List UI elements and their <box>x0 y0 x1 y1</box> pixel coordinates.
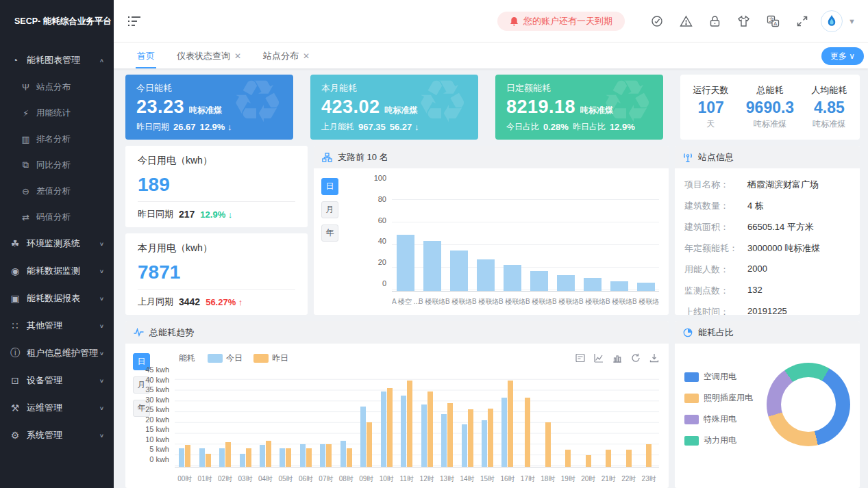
trend-bar-yesterday[interactable] <box>508 381 513 467</box>
trend-bar-yesterday[interactable] <box>306 448 312 467</box>
branch-bar[interactable] <box>450 251 468 291</box>
sidebar-subitem-站点分布[interactable]: Ψ站点分布 <box>0 74 114 100</box>
donut-legend-item-空调用电[interactable]: 空调用电 <box>684 371 753 383</box>
trend-bar-today[interactable] <box>501 398 507 467</box>
line-chart-icon[interactable] <box>594 353 604 363</box>
branch-toggle-月[interactable]: 月 <box>321 201 338 218</box>
trend-bar-yesterday[interactable] <box>488 409 493 467</box>
energy-share-panel: 能耗占比 空调用电照明插座用电特殊用电动力用电 <box>675 321 860 488</box>
sidebar-item-能耗数据监测[interactable]: ◉能耗数据监测∨ <box>0 257 114 285</box>
donut-legend-item-照明插座用电[interactable]: 照明插座用电 <box>684 392 753 404</box>
trend-bar-yesterday[interactable] <box>447 403 453 467</box>
trend-bar-yesterday[interactable] <box>347 448 352 467</box>
trend-bar-yesterday[interactable] <box>185 445 190 467</box>
trend-bar-yesterday[interactable] <box>565 450 571 467</box>
trend-bar-yesterday[interactable] <box>286 448 291 467</box>
trend-bar-today[interactable] <box>240 454 245 467</box>
sidebar-item-其他管理[interactable]: ∷其他管理∨ <box>0 312 114 339</box>
account-expiry-alert[interactable]: 您的账户还有一天到期 <box>497 12 625 31</box>
trend-bar-yesterday[interactable] <box>367 422 372 467</box>
lock-icon[interactable] <box>709 15 721 27</box>
trend-bar-today[interactable] <box>300 444 306 467</box>
trend-bar-today[interactable] <box>219 448 225 467</box>
trend-bar-yesterday[interactable] <box>525 398 530 467</box>
trend-bar-today[interactable] <box>462 424 467 467</box>
sidebar-item-环境监测系统[interactable]: ☘环境监测系统∨ <box>0 230 114 257</box>
trend-bar-today[interactable] <box>280 448 285 467</box>
data-view-icon[interactable] <box>575 353 585 363</box>
fullscreen-icon[interactable] <box>796 15 808 27</box>
branch-bar[interactable] <box>423 241 441 291</box>
trend-bar-yesterday[interactable] <box>225 442 231 467</box>
tab-仪表状态查询[interactable]: 仪表状态查询✕ <box>166 43 252 68</box>
trend-bar-today[interactable] <box>401 396 406 467</box>
trend-bar-today[interactable] <box>320 444 325 467</box>
tabs-more-button[interactable]: 更多 ∨ <box>821 47 864 65</box>
trend-bar-today[interactable] <box>441 414 447 467</box>
donut-legend-item-特殊用电[interactable]: 特殊用电 <box>684 413 753 425</box>
trend-bar-today[interactable] <box>482 420 487 467</box>
kpi-card-本月能耗[interactable]: ♻本月能耗423.02吨标准煤上月能耗967.3556.27 ↓ <box>310 75 478 140</box>
branch-bar[interactable] <box>397 235 414 292</box>
branch-bar[interactable] <box>557 275 575 291</box>
trend-bar-today[interactable] <box>360 407 366 467</box>
sidebar-subitem-同比分析[interactable]: ⧉同比分析 <box>0 152 114 178</box>
branch-toggle-日[interactable]: 日 <box>321 178 338 195</box>
branch-bar[interactable] <box>504 265 521 291</box>
trend-bar-yesterday[interactable] <box>206 454 211 467</box>
trend-bar-yesterday[interactable] <box>266 441 271 467</box>
trend-bar-today[interactable] <box>179 448 184 467</box>
trend-bar-yesterday[interactable] <box>626 450 632 467</box>
trend-bar-yesterday[interactable] <box>468 409 473 467</box>
donut-legend-item-动力用电[interactable]: 动力用电 <box>684 435 753 446</box>
trend-bar-today[interactable] <box>421 404 427 467</box>
legend-item-今日[interactable]: 今日 <box>208 352 243 364</box>
sidebar-subitem-排名分析[interactable]: ▥排名分析 <box>0 126 114 152</box>
branch-bar[interactable] <box>530 271 548 291</box>
branch-toggle-年[interactable]: 年 <box>321 224 338 242</box>
trend-bar-yesterday[interactable] <box>545 422 551 467</box>
trend-bar-yesterday[interactable] <box>606 450 611 467</box>
bar-chart-icon[interactable] <box>612 353 622 363</box>
tab-close-icon[interactable]: ✕ <box>303 51 310 61</box>
tab-首页[interactable]: 首页 <box>126 43 166 68</box>
sidebar-subitem-差值分析[interactable]: ⊖差值分析 <box>0 178 114 204</box>
sidebar-item-能耗数据报表[interactable]: ▣能耗数据报表∨ <box>0 285 114 312</box>
collapse-sidebar-icon[interactable] <box>127 15 141 27</box>
trend-bar-yesterday[interactable] <box>387 388 393 467</box>
sidebar-item-系统管理[interactable]: ⚙系统管理∨ <box>0 422 114 449</box>
warning-icon[interactable] <box>680 15 693 27</box>
legend-item-昨日[interactable]: 昨日 <box>253 352 288 364</box>
trend-bar-yesterday[interactable] <box>427 391 433 467</box>
trend-bar-yesterday[interactable] <box>646 444 652 467</box>
branch-bar[interactable] <box>610 281 628 291</box>
sidebar-item-运维管理[interactable]: ⚒运维管理∨ <box>0 394 114 422</box>
tab-close-icon[interactable]: ✕ <box>234 51 241 61</box>
sidebar-item-租户信息维护管理[interactable]: ⓘ租户信息维护管理∨ <box>0 339 114 367</box>
branch-bar[interactable] <box>637 283 655 291</box>
trend-bar-yesterday[interactable] <box>246 448 251 467</box>
sidebar-subitem-用能统计[interactable]: ⚡用能统计 <box>0 100 114 126</box>
sidebar-item-能耗图表管理[interactable]: ◔能耗图表管理∧ <box>0 47 114 74</box>
branch-bar[interactable] <box>584 278 602 291</box>
sidebar-item-设备管理[interactable]: ⊡设备管理∨ <box>0 367 114 394</box>
trend-bar-yesterday[interactable] <box>586 455 591 467</box>
user-menu-chevron-icon[interactable]: ▼ <box>848 17 856 25</box>
translate-icon[interactable]: A 文 <box>767 15 780 27</box>
trend-bar-today[interactable] <box>199 448 205 467</box>
trend-bar-today[interactable] <box>340 441 346 467</box>
avatar[interactable] <box>821 10 843 32</box>
kpi-card-今日能耗[interactable]: ♻今日能耗23.23吨标准煤昨日同期26.6712.9% ↓ <box>125 75 293 140</box>
trend-bar-yesterday[interactable] <box>407 381 412 467</box>
theme-icon[interactable] <box>651 15 663 27</box>
sidebar-subitem-码值分析[interactable]: ⇄码值分析 <box>0 204 114 230</box>
branch-bar[interactable] <box>477 259 495 291</box>
trend-bar-today[interactable] <box>260 445 265 467</box>
kpi-card-日定额能耗[interactable]: ♻日定额能耗8219.18吨标准煤今日占比0.28%昨日占比12.9% <box>495 75 663 140</box>
trend-bar-today[interactable] <box>381 391 386 467</box>
download-icon[interactable] <box>649 353 659 363</box>
refresh-icon[interactable] <box>631 353 641 363</box>
tab-站点分布[interactable]: 站点分布✕ <box>252 43 321 68</box>
skin-icon[interactable] <box>737 15 750 27</box>
trend-bar-yesterday[interactable] <box>326 444 332 467</box>
